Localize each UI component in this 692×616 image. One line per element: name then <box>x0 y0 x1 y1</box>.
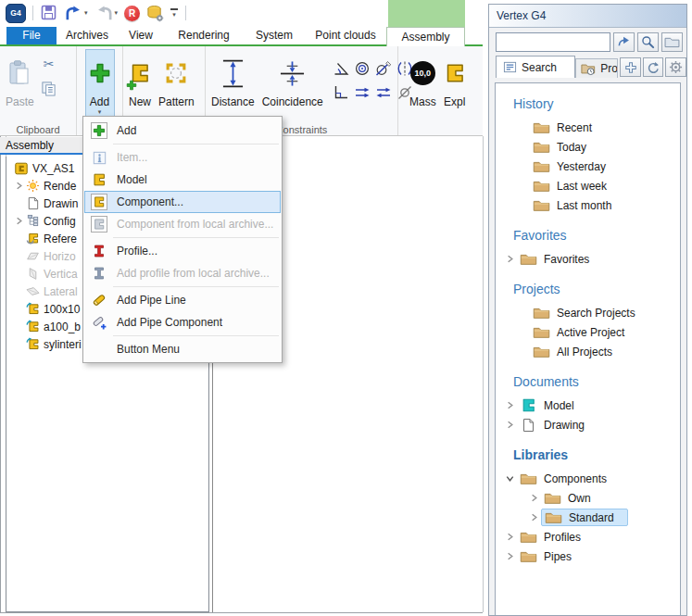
chevron-right-icon[interactable] <box>14 216 25 226</box>
search-list-icon <box>503 60 517 74</box>
explode-label: Expl <box>444 95 465 108</box>
new-button[interactable]: New <box>125 49 155 111</box>
menu-item-button-menu[interactable]: Button Menu <box>84 338 281 360</box>
record-button[interactable]: R <box>123 5 141 22</box>
pattern-label: Pattern <box>158 95 195 108</box>
history-item-last-week[interactable]: Last week <box>496 176 680 195</box>
tree-item-label: Search Projects <box>557 307 635 320</box>
section-header-documents: Documents <box>513 374 680 389</box>
documents-item-drawing[interactable]: Drawing <box>496 415 680 434</box>
menu-item-model[interactable]: Model <box>84 169 281 191</box>
tab-search[interactable]: Search <box>496 56 575 78</box>
distance-button[interactable]: Distance <box>208 49 258 111</box>
chevron-right-icon[interactable] <box>505 400 517 410</box>
libraries-item-standard[interactable]: Standard <box>496 508 680 527</box>
documents-item-model[interactable]: Model <box>496 396 680 415</box>
cut-button[interactable]: ✂ <box>44 57 55 71</box>
redo-dropdown-caret[interactable]: ▾ <box>115 10 119 16</box>
coincidence-button[interactable]: Coincidence <box>258 49 327 111</box>
libraries-item-pipes[interactable]: Pipes <box>496 547 680 566</box>
parallel-constraint-button[interactable] <box>352 81 372 104</box>
pattern-button[interactable]: Pattern <box>155 49 198 111</box>
redo-button[interactable]: ▾ <box>94 4 120 23</box>
tree-item-label: 100x10 <box>44 303 80 316</box>
libraries-item-own[interactable]: Own <box>496 488 680 508</box>
menu-separator <box>113 286 279 287</box>
menu-item-add-pipe-line[interactable]: Add Pipe Line <box>84 289 281 311</box>
tab-archives[interactable]: Archives <box>57 27 118 44</box>
add-dropdown-menu: Add Item... Model Component... Component… <box>82 116 283 363</box>
toolbar-options-button[interactable]: ▾ <box>170 7 179 19</box>
mass-label: Mass <box>409 95 436 108</box>
tab-view-label: View <box>129 29 153 42</box>
menu-item-add[interactable]: Add <box>84 119 281 142</box>
chevron-right-icon[interactable] <box>505 532 517 542</box>
chevron-right-icon[interactable] <box>14 181 25 191</box>
tab-projects[interactable]: Proj <box>575 58 618 78</box>
tab-file[interactable]: File <box>6 27 57 44</box>
projects-item-all[interactable]: All Projects <box>496 342 680 361</box>
settings-button[interactable] <box>665 57 686 77</box>
drawing-icon <box>25 196 40 210</box>
chevron-right-icon[interactable] <box>505 254 517 264</box>
add-item-button[interactable] <box>620 57 641 77</box>
add-dropdown-caret[interactable]: ▾ <box>98 109 102 115</box>
copy-button[interactable] <box>41 81 57 96</box>
chevron-right-icon[interactable] <box>529 493 541 503</box>
tab-file-label: File <box>22 29 40 42</box>
projects-item-active[interactable]: Active Project <box>496 322 680 342</box>
add-button[interactable]: Add ▾ <box>85 49 115 118</box>
undo-button[interactable]: ▾ <box>63 4 89 23</box>
chevron-right-icon[interactable] <box>529 512 541 522</box>
favorites-item[interactable]: Favorites <box>496 249 680 269</box>
mass-button[interactable]: 10,0 Mass <box>406 49 440 111</box>
perpendicular-constraint-icon <box>332 84 350 101</box>
chevron-down-icon[interactable] <box>505 473 517 484</box>
libraries-item-profiles[interactable]: Profiles <box>496 527 680 547</box>
chevron-right-icon[interactable] <box>505 551 517 561</box>
menu-item-profile[interactable]: Profile... <box>84 240 281 262</box>
browse-folder-button[interactable] <box>661 32 683 52</box>
tab-point-clouds-label: Point clouds <box>315 29 375 42</box>
history-item-yesterday[interactable]: Yesterday <box>496 157 680 176</box>
libraries-item-components[interactable]: Components <box>496 469 680 488</box>
tab-system[interactable]: System <box>244 27 305 44</box>
menu-item-component[interactable]: Component... <box>84 191 281 213</box>
add-label: Add <box>90 95 109 108</box>
perpendicular-constraint-button[interactable] <box>331 81 351 104</box>
tab-point-clouds[interactable]: Point clouds <box>305 27 386 44</box>
search-button[interactable] <box>637 32 659 52</box>
tree-item-label: Vertica <box>44 268 78 281</box>
paste-button[interactable]: Paste <box>2 49 38 111</box>
antiparallel-constraint-button[interactable] <box>373 81 394 104</box>
menu-item-label: Item... <box>117 151 147 164</box>
menu-item-add-pipe-component[interactable]: Add Pipe Component <box>84 311 281 333</box>
menu-item-profile-local-archive[interactable]: Add profile from local archive... <box>84 262 281 284</box>
undo-dropdown-caret[interactable]: ▾ <box>84 10 88 16</box>
history-item-today[interactable]: Today <box>496 137 680 157</box>
save-button[interactable] <box>40 4 58 22</box>
folder-icon <box>543 491 561 505</box>
tree-item-label: Rende <box>44 180 76 193</box>
history-item-recent[interactable]: Recent <box>496 118 680 137</box>
folder-icon <box>519 471 537 485</box>
parallel-constraint-icon <box>353 84 371 101</box>
tab-assembly[interactable]: Assembly <box>386 27 465 46</box>
pattern-icon <box>164 61 188 85</box>
tab-view[interactable]: View <box>118 27 164 44</box>
refresh-button[interactable] <box>643 57 664 77</box>
chevron-right-icon[interactable] <box>505 420 517 430</box>
projects-item-search[interactable]: Search Projects <box>496 303 680 322</box>
menu-item-item[interactable]: Item... <box>84 146 281 169</box>
search-input[interactable] <box>496 32 610 52</box>
tangent-constraint-button[interactable] <box>373 57 394 80</box>
database-settings-button[interactable] <box>145 4 165 23</box>
tab-rendering[interactable]: Rendering <box>164 27 244 44</box>
tree-item-label: Last week <box>557 180 607 193</box>
angle-constraint-button[interactable] <box>331 57 351 80</box>
menu-item-component-local-archive[interactable]: Component from local archive... <box>84 213 281 235</box>
history-item-last-month[interactable]: Last month <box>496 195 680 215</box>
explode-button[interactable]: Expl <box>440 49 470 111</box>
go-button[interactable] <box>613 32 635 52</box>
concentric-constraint-button[interactable] <box>352 57 372 80</box>
